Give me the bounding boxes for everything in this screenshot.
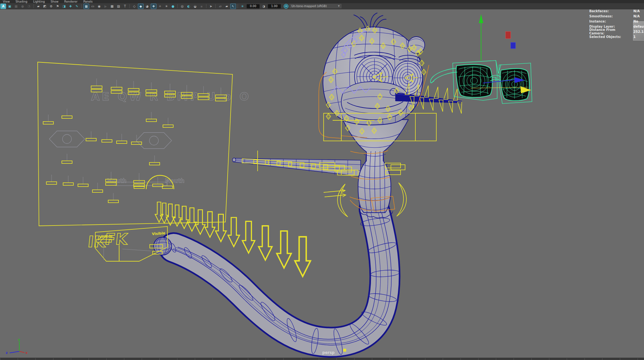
hud-value: N/A [633, 9, 640, 13]
camera-attributes-icon[interactable]: ⚙ [48, 4, 54, 9]
motion-blur-icon[interactable]: ◐ [186, 4, 192, 9]
select-arrow-icon[interactable]: ➤ [208, 4, 214, 9]
camera-lock-icon[interactable]: ◩ [42, 4, 48, 9]
field-chart-icon[interactable]: ▩ [109, 4, 115, 9]
shadows-icon[interactable]: ● [170, 4, 176, 9]
film-gate-icon[interactable]: ▭ [90, 4, 96, 9]
menu-panels[interactable]: Panels [80, 0, 96, 3]
wireframe-mode-icon[interactable]: ◇ [131, 4, 137, 9]
grid-display-icon[interactable]: ▦ [83, 4, 89, 9]
lights-icon[interactable]: ☀ [164, 4, 169, 9]
hud-value: N/A [633, 14, 640, 18]
hud-label: Display Layer: [589, 25, 630, 28]
camera-gate-icon[interactable]: ▣ [7, 4, 13, 9]
image-plane-icon[interactable]: ◨ [61, 4, 67, 9]
board-letters: AE QW R BMP U o O [91, 90, 251, 103]
inactive-circle-icon[interactable]: ● [20, 4, 25, 9]
menu-lighting[interactable]: Lighting [30, 0, 48, 3]
contrast-icon[interactable]: ◑ [261, 4, 267, 9]
panel-toolbar: A ▣ ■ ● ◔ ▰ ◩ ⚙ ⚑ ◨ ✚ ✎ ▦ ▭ ◉ ▶ ▩ ▨ T ◇ … [0, 3, 644, 9]
exposure-field[interactable]: 0.00 [247, 4, 260, 8]
xray-joints-icon[interactable]: ▰ [224, 4, 230, 9]
multisampling-icon[interactable]: ▪ [199, 4, 204, 9]
axis-gizmo: y z x [6, 338, 28, 355]
bookmark-icon[interactable]: ⚑ [55, 4, 61, 9]
hud-label: Distance From Camera: [589, 28, 630, 35]
toolbar-separator [177, 4, 178, 8]
inactive-pie-icon[interactable]: ◔ [26, 4, 32, 9]
menu-show[interactable]: Show [48, 0, 61, 3]
safe-action-icon[interactable]: ▨ [116, 4, 121, 9]
menu-shading[interactable]: Shading [13, 0, 30, 3]
hud-value: 252.189 [633, 30, 644, 33]
material-override-icon[interactable]: ◕ [144, 4, 150, 9]
chevron-down-icon: ▼ [338, 5, 340, 7]
maya-viewport-window: View Shading Lighting Show Renderer Pane… [0, 0, 644, 360]
shaded-mode-icon[interactable]: ◆ [138, 4, 144, 9]
camera-label: persp [322, 350, 335, 355]
menu-view[interactable]: View [0, 0, 13, 3]
panel-menu-bar: View Shading Lighting Show Renderer Pane… [0, 0, 644, 3]
camera-select-icon[interactable]: ▰ [35, 4, 41, 9]
toolbar-separator [238, 4, 238, 8]
gate-mask-icon[interactable]: ▶ [103, 4, 109, 9]
heads-up-display: Backfaces:N/A Smoothness:N/A Instance:No… [589, 8, 644, 39]
axis-y-label: y [18, 338, 20, 341]
xray-icon[interactable]: ▱ [217, 4, 223, 9]
textured-mode-icon[interactable]: ❖ [151, 4, 156, 9]
red-swatch-box[interactable] [506, 32, 511, 39]
safe-title-icon[interactable]: T [122, 4, 128, 9]
hud-label: Instance: [589, 20, 630, 23]
hud-label: Selected Objects: [589, 35, 630, 39]
exposure-icon[interactable]: ✳ [240, 4, 245, 9]
toolbar-separator [129, 4, 130, 8]
fk-label[interactable]: FK [104, 230, 129, 248]
blue-swatch-box[interactable] [511, 42, 516, 49]
viewport-canvas[interactable]: AE QW R BMP U o O Mouth Mouth [0, 9, 644, 358]
toolbar-separator [33, 4, 34, 8]
hud-label: Backfaces: [589, 9, 630, 13]
toolbar-separator [206, 4, 206, 8]
resolution-gate-icon[interactable]: ◉ [96, 4, 102, 9]
hud-value: 1 [633, 35, 636, 39]
yellow-dot-control[interactable] [343, 349, 346, 352]
isolate-select-icon[interactable]: ↖ [230, 4, 236, 9]
axis-x-label: x [25, 351, 28, 355]
pan-zoom-icon[interactable]: ✚ [68, 4, 73, 9]
mouth-label-right: Mouth [165, 178, 185, 184]
hud-value: default [633, 25, 644, 28]
menu-renderer[interactable]: Renderer [62, 0, 80, 3]
visible-label-right: Visible [152, 231, 165, 236]
inactive-square-icon[interactable]: ■ [13, 4, 19, 9]
toolbar-separator [81, 4, 82, 8]
hud-value: No [633, 20, 638, 23]
colorspace-dropdown[interactable]: Un-tone-mapped (sRGB) ▼ [289, 4, 342, 8]
ambient-occlusion-icon[interactable]: ◎ [179, 4, 185, 9]
axis-z-label: z [6, 351, 8, 355]
hud-label: Smoothness: [589, 14, 630, 18]
colorspace-toggle-icon[interactable]: ON [284, 4, 289, 9]
toolbar-separator [215, 4, 216, 8]
use-default-material-icon[interactable]: ✧ [157, 4, 163, 9]
select-tool-a-icon[interactable]: A [0, 4, 6, 9]
hair-sprigs [354, 13, 386, 28]
depth-of-field-icon[interactable]: ◒ [192, 4, 198, 9]
facial-control-board[interactable]: AE QW R BMP U o O Mouth Mouth [38, 62, 251, 226]
timeline-edge[interactable] [0, 358, 644, 360]
gamma-field[interactable]: 1.00 [268, 4, 281, 8]
grease-pencil-icon[interactable]: ✎ [74, 4, 80, 9]
colorspace-value: Un-tone-mapped (sRGB) [291, 5, 327, 8]
character-tail-tip[interactable] [150, 237, 172, 255]
